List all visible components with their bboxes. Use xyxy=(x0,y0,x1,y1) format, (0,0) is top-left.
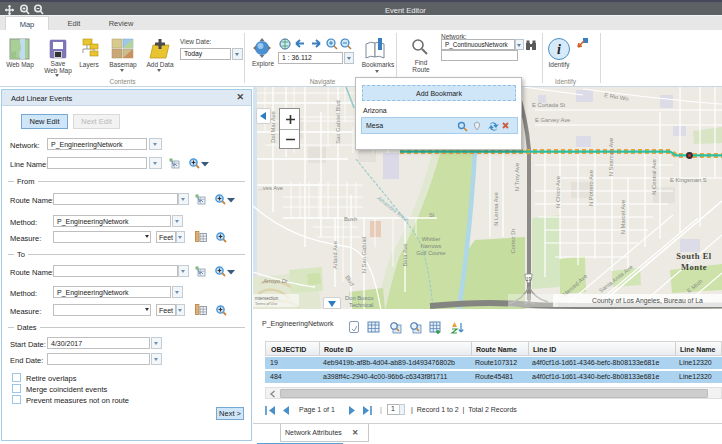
svg-text:19: 19 xyxy=(526,276,532,282)
svg-text:i: i xyxy=(557,42,561,57)
svg-text:N San Gabriel: N San Gabriel xyxy=(361,237,367,273)
svg-text:N Lerma Ave: N Lerma Ave xyxy=(493,192,499,225)
svg-text:Technical: Technical xyxy=(349,302,373,308)
svg-text:E Kingsman S: E Kingsman S xyxy=(670,177,707,183)
svg-text:N Troy Ave: N Troy Ave xyxy=(514,163,520,191)
svg-text:E Cortada St: E Cortada St xyxy=(532,102,566,108)
svg-text:Cortez Dr: Cortez Dr xyxy=(510,229,516,254)
svg-text:Bush: Bush xyxy=(344,216,357,222)
svg-text:Beta Ave: Beta Ave xyxy=(402,243,408,266)
svg-text:N Marcel Ave: N Marcel Ave xyxy=(620,200,626,234)
svg-text:Don Bosco: Don Bosco xyxy=(345,295,373,301)
svg-text:St: St xyxy=(429,212,435,218)
svg-text:Golf Course: Golf Course xyxy=(416,250,445,256)
svg-text:Arland Ave: Arland Ave xyxy=(332,241,338,269)
svg-text:San Gabriel Blvd: San Gabriel Blvd xyxy=(335,100,341,144)
svg-text:N Potrero Ave: N Potrero Ave xyxy=(588,170,594,206)
svg-text:Terms of Use: Terms of Use xyxy=(255,302,277,306)
svg-text:E Garvey Ave: E Garvey Ave xyxy=(535,117,570,123)
svg-text:County of Los Angeles, Bureau: County of Los Angeles, Bureau of La xyxy=(592,297,703,305)
svg-text:N Seaman Ave: N Seaman Ave xyxy=(608,138,614,177)
svg-text:N Chico Ave: N Chico Ave xyxy=(555,176,561,208)
svg-text:Monte: Monte xyxy=(681,262,707,272)
svg-text:Whittier: Whittier xyxy=(422,236,441,242)
svg-text:mtersection: mtersection xyxy=(255,296,279,301)
svg-text:N Central Ave: N Central Ave xyxy=(651,159,657,195)
svg-text:Narrows: Narrows xyxy=(421,243,442,249)
svg-text:Arroyo Dr: Arroyo Dr xyxy=(262,278,289,284)
svg-text:South El: South El xyxy=(676,251,712,261)
svg-text:...ves Ave: ...ves Ave xyxy=(258,185,283,191)
